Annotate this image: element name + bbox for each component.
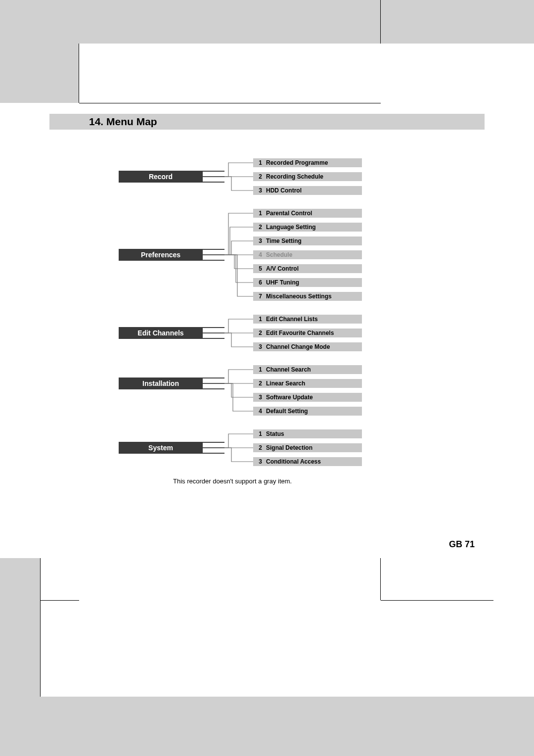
submenu-item-label: Miscellaneous Settings xyxy=(266,293,332,300)
submenu-item: 3HDD Control xyxy=(253,186,362,195)
submenu-item: 2Language Setting xyxy=(253,223,362,232)
menu-block: Record1Recorded Programme2Recording Sche… xyxy=(119,158,366,195)
submenu-item-label: Software Update xyxy=(266,394,313,401)
submenu-item-number: 6 xyxy=(256,279,262,286)
submenu-item: 2Linear Search xyxy=(253,379,362,388)
submenu-list: 1Parental Control2Language Setting3Time … xyxy=(253,209,362,301)
submenu-item-number: 3 xyxy=(256,394,262,401)
submenu-item: 1Edit Channel Lists xyxy=(253,315,362,324)
submenu-item-label: Signal Detection xyxy=(266,444,312,451)
submenu-item-label: Time Setting xyxy=(266,237,302,244)
submenu-item: 7Miscellaneous Settings xyxy=(253,292,362,301)
connector-stripe-icon xyxy=(203,442,224,454)
connector-lines xyxy=(224,315,253,351)
submenu-item-label: Schedule xyxy=(266,251,292,258)
submenu-item-number: 3 xyxy=(256,237,262,244)
submenu-item-number: 1 xyxy=(256,430,262,437)
menu-section-label: Preferences xyxy=(119,249,203,261)
submenu-item-number: 5 xyxy=(256,265,262,272)
connector-stripe-icon xyxy=(203,378,224,389)
submenu-list: 1Channel Search2Linear Search3Software U… xyxy=(253,365,362,416)
submenu-item: 3Channel Change Mode xyxy=(253,342,362,351)
submenu-item-label: Conditional Access xyxy=(266,458,321,465)
submenu-item-number: 1 xyxy=(256,316,262,323)
submenu-item: 4Schedule xyxy=(253,250,362,259)
submenu-item: 4Default Setting xyxy=(253,407,362,416)
decor-bottom xyxy=(0,558,534,756)
submenu-item-label: Channel Search xyxy=(266,366,311,373)
submenu-item-number: 7 xyxy=(256,293,262,300)
decor-top-divider xyxy=(79,103,381,103)
submenu-item-label: Default Setting xyxy=(266,408,308,415)
submenu-item-number: 4 xyxy=(256,251,262,258)
submenu-item: 3Time Setting xyxy=(253,236,362,245)
connector-stripe-icon xyxy=(203,171,224,183)
menu-block: Installation1Channel Search2Linear Searc… xyxy=(119,365,366,416)
submenu-item-number: 2 xyxy=(256,173,262,180)
submenu-item-number: 3 xyxy=(256,187,262,194)
connector-lines xyxy=(224,209,253,301)
submenu-item-number: 1 xyxy=(256,159,262,166)
submenu-item-label: Edit Favourite Channels xyxy=(266,330,334,336)
submenu-item-number: 2 xyxy=(256,224,262,231)
footnote-text: This recorder doesn't support a gray ite… xyxy=(173,477,292,485)
decor-top-right xyxy=(381,0,534,44)
submenu-item-label: Status xyxy=(266,430,284,437)
page: 14. Menu Map Record1Recorded Programme2R… xyxy=(0,0,534,756)
submenu-item-number: 1 xyxy=(256,366,262,373)
connector-lines xyxy=(224,158,253,195)
submenu-item: 2Edit Favourite Channels xyxy=(253,329,362,337)
menu-block: Edit Channels1Edit Channel Lists2Edit Fa… xyxy=(119,315,366,351)
submenu-item-label: A/V Control xyxy=(266,265,299,272)
submenu-item-number: 1 xyxy=(256,210,262,217)
section-heading: 14. Menu Map xyxy=(49,114,485,130)
menu-block: System1Status2Signal Detection3Condition… xyxy=(119,429,366,466)
menu-section-label: Edit Channels xyxy=(119,327,203,339)
submenu-item: 6UHF Tuning xyxy=(253,278,362,287)
submenu-list: 1Recorded Programme2Recording Schedule3H… xyxy=(253,158,362,195)
submenu-item-number: 3 xyxy=(256,458,262,465)
submenu-item-number: 2 xyxy=(256,330,262,336)
submenu-item-number: 3 xyxy=(256,343,262,350)
submenu-item-label: Language Setting xyxy=(266,224,316,231)
submenu-item: 1Status xyxy=(253,429,362,438)
decor-top-left xyxy=(0,0,381,44)
submenu-item-label: Recorded Programme xyxy=(266,159,328,166)
submenu-item: 1Channel Search xyxy=(253,365,362,374)
submenu-item-number: 2 xyxy=(256,444,262,451)
submenu-list: 1Status2Signal Detection3Conditional Acc… xyxy=(253,429,362,466)
submenu-list: 1Edit Channel Lists2Edit Favourite Chann… xyxy=(253,315,362,351)
menu-block: Preferences1Parental Control2Language Se… xyxy=(119,209,366,301)
submenu-item: 3Conditional Access xyxy=(253,457,362,466)
submenu-item-label: Edit Channel Lists xyxy=(266,316,318,323)
decor-top-cut xyxy=(0,44,79,103)
submenu-item-label: Parental Control xyxy=(266,210,312,217)
connector-stripe-icon xyxy=(203,327,224,339)
connector-lines xyxy=(224,429,253,466)
menu-section-label: System xyxy=(119,442,203,454)
submenu-item-label: Channel Change Mode xyxy=(266,343,330,350)
submenu-item-label: Recording Schedule xyxy=(266,173,323,180)
submenu-item: 1Recorded Programme xyxy=(253,158,362,167)
submenu-item-label: HDD Control xyxy=(266,187,302,194)
submenu-item-label: Linear Search xyxy=(266,380,305,387)
submenu-item-label: UHF Tuning xyxy=(266,279,299,286)
menu-map: Record1Recorded Programme2Recording Sche… xyxy=(119,158,366,480)
connector-lines xyxy=(224,365,253,416)
page-number: GB 71 xyxy=(449,539,475,550)
menu-section-label: Installation xyxy=(119,378,203,389)
submenu-item: 5A/V Control xyxy=(253,264,362,273)
submenu-item: 2Signal Detection xyxy=(253,443,362,452)
menu-section-label: Record xyxy=(119,171,203,183)
submenu-item-number: 2 xyxy=(256,380,262,387)
submenu-item: 2Recording Schedule xyxy=(253,172,362,181)
connector-stripe-icon xyxy=(203,249,224,261)
submenu-item-number: 4 xyxy=(256,408,262,415)
submenu-item: 1Parental Control xyxy=(253,209,362,218)
submenu-item: 3Software Update xyxy=(253,393,362,402)
